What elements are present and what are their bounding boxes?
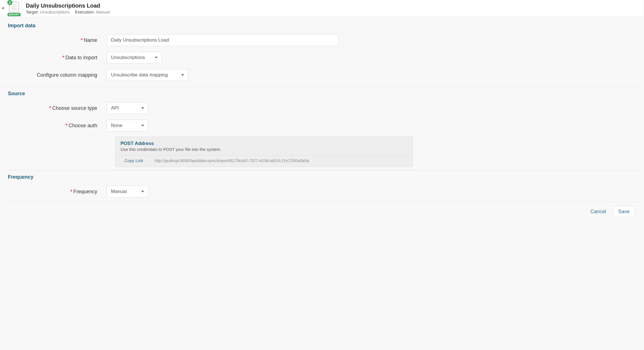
required-marker: * (65, 123, 67, 128)
divider (121, 155, 408, 155)
required-marker: * (81, 37, 83, 43)
row-data-to-import: *Data to import Unsubscriptions (3, 49, 641, 66)
download-arrow-icon (7, 0, 12, 5)
column-mapping-value: Unsubscribe data mapping (111, 72, 168, 78)
row-column-mapping: Configure column mapping Unsubscribe dat… (3, 66, 641, 84)
page-header: IMPORT Daily Unsubscriptions Load Target… (0, 0, 644, 17)
save-button[interactable]: Save (613, 206, 635, 217)
svg-marker-4 (141, 125, 144, 126)
chevron-down-icon (181, 72, 184, 78)
row-source-type: *Choose source type API (3, 99, 641, 117)
section-title-frequency: Frequency (3, 170, 641, 183)
frequency-value: Manual (111, 189, 127, 194)
auth-label: Choose auth (69, 123, 97, 128)
frequency-label: Frequency (73, 189, 97, 194)
name-label: Name (84, 37, 97, 43)
execution-label: Execution: (75, 10, 95, 14)
required-marker: * (49, 105, 51, 111)
source-type-select[interactable]: API (107, 102, 148, 114)
column-mapping-select[interactable]: Unsubscribe data mapping (107, 69, 188, 81)
svg-marker-2 (181, 74, 184, 76)
row-auth: *Choose auth None (3, 117, 641, 134)
svg-marker-1 (155, 57, 158, 58)
svg-marker-5 (141, 191, 144, 192)
chevron-down-icon (155, 55, 158, 60)
header-menu-toggle[interactable] (0, 0, 6, 17)
import-badge: IMPORT (8, 13, 21, 16)
section-title-import-data: Import data (3, 19, 641, 31)
required-marker: * (62, 55, 64, 60)
name-input[interactable] (107, 34, 339, 46)
section-title-source: Source (3, 87, 641, 99)
chevron-down-icon (141, 105, 144, 111)
data-to-import-value: Unsubscriptions (111, 55, 145, 60)
target-label: Target: (26, 10, 39, 14)
row-frequency: *Frequency Manual (3, 183, 641, 200)
row-name: *Name (3, 31, 641, 49)
data-to-import-label: Data to import (65, 55, 97, 60)
frequency-select[interactable]: Manual (107, 186, 148, 197)
mapping-label: Configure column mapping (37, 72, 97, 78)
post-address-panel: POST Address Use this credentials to POS… (115, 137, 413, 167)
data-to-import-select[interactable]: Unsubscriptions (107, 52, 162, 63)
execution-value: Manual (96, 10, 110, 14)
required-marker: * (70, 189, 72, 194)
chevron-down-icon (141, 123, 144, 128)
post-address-title: POST Address (121, 141, 408, 146)
page-title: Daily Unsubscriptions Load (26, 3, 110, 9)
page-subtitle: Target: Unsubscriptions Execution: Manua… (26, 10, 110, 14)
target-value: Unsubscriptions (40, 10, 70, 14)
import-type-icon: IMPORT (6, 0, 22, 17)
post-address-description: Use this credentials to POST your file i… (121, 147, 408, 152)
source-type-label: Choose source type (52, 105, 97, 111)
action-bar: Cancel Save (3, 201, 641, 217)
auth-value: None (111, 123, 123, 128)
auth-select[interactable]: None (107, 120, 148, 131)
svg-marker-3 (141, 107, 144, 109)
form-body: Import data *Name *Data to import Unsubs… (0, 17, 644, 234)
post-address-url: http://guilespi:8080/api/data-sync/impor… (155, 158, 309, 163)
cancel-button[interactable]: Cancel (589, 206, 608, 217)
chevron-down-icon (141, 189, 144, 194)
copy-link-button[interactable]: Copy Link (124, 158, 143, 163)
svg-marker-0 (2, 8, 4, 9)
chevron-down-icon (2, 7, 4, 10)
source-type-value: API (111, 105, 119, 111)
